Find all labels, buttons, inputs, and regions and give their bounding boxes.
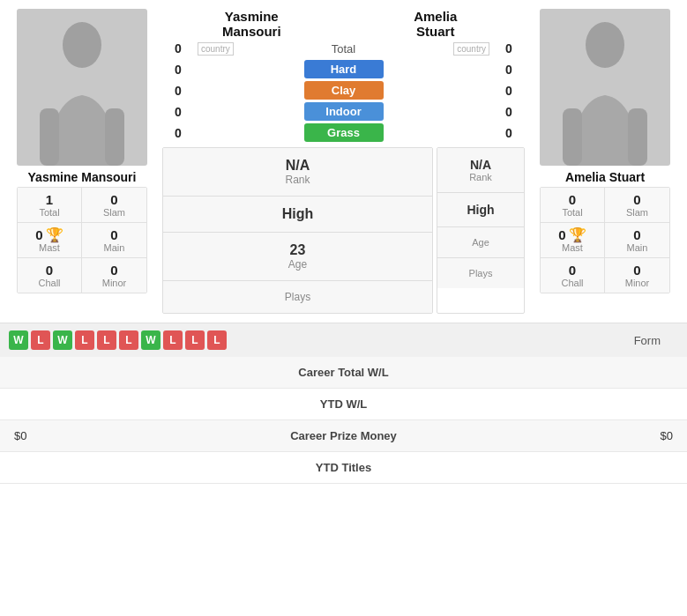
prize-money-row: $0 Career Prize Money $0 bbox=[0, 420, 687, 452]
indoor-score-left: 0 bbox=[162, 105, 194, 119]
right-silhouette-icon bbox=[561, 20, 649, 166]
svg-rect-4 bbox=[563, 108, 582, 166]
form-badge-4: L bbox=[97, 330, 116, 350]
right-plays-lbl: Plays bbox=[469, 268, 493, 278]
right-trophy-icon: 🏆 bbox=[569, 228, 586, 242]
right-main-cell: 0 Main bbox=[605, 223, 669, 258]
right-avatar bbox=[540, 9, 670, 166]
clay-score-right: 0 bbox=[493, 84, 525, 98]
form-badge-5: L bbox=[119, 330, 138, 350]
right-stats-grid: 0 Total 0 Slam 0 🏆 Mast 0 Main bbox=[540, 187, 670, 293]
left-main-val: 0 bbox=[84, 227, 145, 242]
left-slam-lbl: Slam bbox=[84, 207, 145, 218]
right-rank-lbl: Rank bbox=[469, 172, 492, 182]
total-flags-row: 0 country Total country 0 bbox=[162, 41, 525, 56]
left-chall-lbl: Chall bbox=[19, 278, 79, 288]
left-avatar bbox=[17, 9, 147, 166]
left-slam-val: 0 bbox=[84, 192, 145, 207]
hard-btn: Hard bbox=[304, 60, 384, 78]
right-mast-val: 0 🏆 bbox=[542, 227, 602, 242]
left-mast-lbl: Mast bbox=[19, 242, 79, 253]
left-total-cell: 1 Total bbox=[18, 188, 82, 223]
left-plays-cell: Plays bbox=[163, 281, 432, 313]
left-slam-cell: 0 Slam bbox=[82, 188, 146, 223]
main-container: Yasmine Mansouri 1 Total 0 Slam 0 🏆 Mast bbox=[0, 0, 687, 484]
form-badge-2: W bbox=[53, 330, 72, 350]
surface-scores-block: 0 Hard 0 0 Clay 0 0 bbox=[162, 60, 525, 142]
right-main-val: 0 bbox=[607, 227, 668, 242]
svg-rect-1 bbox=[40, 108, 59, 166]
left-age-lbl: Age bbox=[288, 258, 307, 271]
indoor-score-right: 0 bbox=[493, 105, 525, 119]
right-mast-lbl: Mast bbox=[542, 242, 602, 253]
mid-section: Yasmine Mansouri Amelia Stuart 0 country… bbox=[162, 9, 525, 314]
right-chall-lbl: Chall bbox=[542, 278, 602, 288]
left-player-box: Yasmine Mansouri 1 Total 0 Slam 0 🏆 Mast bbox=[7, 9, 157, 293]
right-name-center: Amelia Stuart bbox=[348, 9, 524, 39]
top-section: Yasmine Mansouri 1 Total 0 Slam 0 🏆 Mast bbox=[0, 0, 687, 323]
career-total-label: Career Total W/L bbox=[234, 366, 453, 379]
left-minor-cell: 0 Minor bbox=[82, 258, 146, 293]
svg-point-3 bbox=[586, 22, 624, 68]
form-badge-9: L bbox=[207, 330, 227, 350]
hard-score-left: 0 bbox=[162, 63, 194, 77]
prize-money-label: Career Prize Money bbox=[234, 429, 453, 442]
left-minor-val: 0 bbox=[84, 263, 145, 278]
right-rank-val: N/A bbox=[470, 158, 491, 172]
right-data-col: N/A Rank High Age Plays bbox=[437, 147, 525, 314]
right-rank-cell: N/A Rank bbox=[437, 148, 524, 193]
left-rank-lbl: Rank bbox=[285, 174, 310, 186]
form-badge-6: W bbox=[141, 330, 161, 350]
grass-row: 0 Grass 0 bbox=[162, 123, 525, 142]
right-total-val: 0 bbox=[542, 192, 602, 207]
grass-score-right: 0 bbox=[493, 126, 525, 140]
career-total-row: Career Total W/L bbox=[0, 357, 687, 389]
svg-rect-2 bbox=[105, 108, 124, 166]
mid-right-wrapper: N/A Rank High 23 Age Plays bbox=[162, 147, 525, 314]
left-name-center: Yasmine Mansouri bbox=[164, 9, 340, 39]
right-minor-lbl: Minor bbox=[607, 278, 668, 288]
right-minor-val: 0 bbox=[607, 263, 668, 278]
left-minor-lbl: Minor bbox=[84, 278, 145, 288]
left-player-name: Yasmine Mansouri bbox=[28, 170, 137, 184]
right-slam-lbl: Slam bbox=[607, 207, 668, 218]
prize-money-left: $0 bbox=[14, 429, 234, 442]
right-age-cell: Age bbox=[437, 227, 524, 258]
bottom-stats-section: Career Total W/L YTD W/L $0 Career Prize… bbox=[0, 357, 687, 484]
right-plays-cell: Plays bbox=[437, 258, 524, 288]
grass-score-left: 0 bbox=[162, 126, 194, 140]
left-mid-data-col: N/A Rank High 23 Age Plays bbox=[162, 147, 433, 314]
form-badge-8: L bbox=[185, 330, 205, 350]
left-stats-grid: 1 Total 0 Slam 0 🏆 Mast 0 Main bbox=[17, 187, 147, 293]
right-slam-cell: 0 Slam bbox=[605, 188, 669, 223]
right-chall-cell: 0 Chall bbox=[541, 258, 605, 293]
right-player-name: Amelia Stuart bbox=[565, 170, 645, 184]
left-mast-val: 0 🏆 bbox=[19, 227, 79, 242]
form-badge-7: L bbox=[163, 330, 183, 350]
form-badge-0: W bbox=[9, 330, 28, 350]
left-silhouette-icon bbox=[38, 20, 126, 166]
form-label: Form bbox=[634, 334, 678, 347]
left-rank-val: N/A bbox=[286, 158, 310, 174]
left-main-cell: 0 Main bbox=[82, 223, 146, 258]
svg-rect-5 bbox=[628, 108, 647, 166]
right-total-lbl: Total bbox=[542, 207, 602, 218]
clay-score-left: 0 bbox=[162, 84, 194, 98]
indoor-row: 0 Indoor 0 bbox=[162, 102, 525, 121]
ytd-titles-label: YTD Titles bbox=[234, 461, 453, 474]
right-level-val: High bbox=[467, 203, 494, 217]
left-chall-val: 0 bbox=[19, 263, 79, 278]
prize-money-right: $0 bbox=[453, 429, 673, 442]
left-total-val: 1 bbox=[19, 192, 79, 207]
right-total-cell: 0 Total bbox=[541, 188, 605, 223]
right-player-box: Amelia Stuart 0 Total 0 Slam 0 🏆 Mast bbox=[530, 9, 680, 293]
right-chall-val: 0 bbox=[542, 263, 602, 278]
hard-row: 0 Hard 0 bbox=[162, 60, 525, 78]
left-level-cell: High bbox=[163, 197, 432, 233]
left-chall-cell: 0 Chall bbox=[18, 258, 82, 293]
right-main-lbl: Main bbox=[607, 242, 668, 253]
ytd-wl-row: YTD W/L bbox=[0, 389, 687, 420]
total-score-left: 0 bbox=[162, 41, 194, 56]
left-mast-cell: 0 🏆 Mast bbox=[18, 223, 82, 258]
left-rank-cell: N/A Rank bbox=[163, 148, 432, 197]
